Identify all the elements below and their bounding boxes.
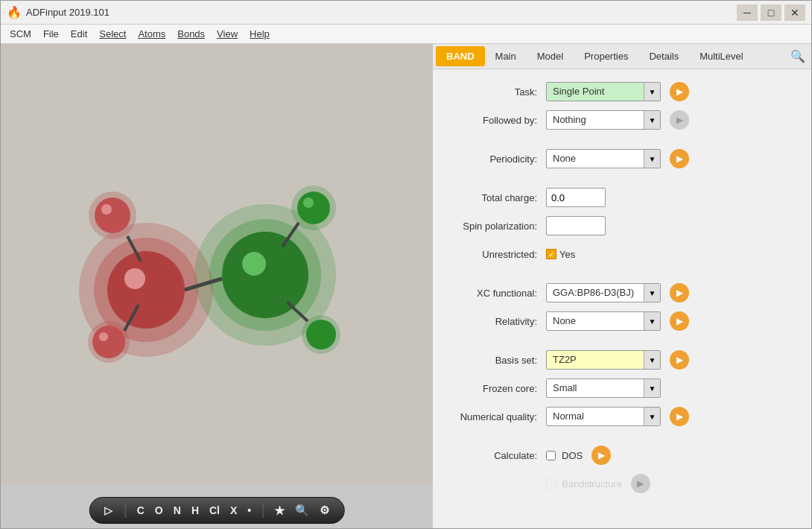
window-controls: ─ □ ✕ <box>737 4 805 21</box>
xc-functional-control: GGA:BP86-D3(BJ) ▼ ▶ <box>546 283 802 302</box>
dos-label: DOS <box>562 450 583 461</box>
numerical-quality-row: Numerical quality: Normal ▼ ▶ <box>442 406 802 427</box>
unrestricted-checkbox[interactable]: ✓ <box>546 249 556 259</box>
relativity-value: None <box>547 311 644 331</box>
divider-2 <box>442 177 802 187</box>
viewer-toolbar: ▷ C O N H Cl X • ★ 🔍 ⚙ <box>89 497 345 524</box>
toolbar-dot[interactable]: • <box>245 503 253 518</box>
total-charge-control <box>546 188 802 207</box>
spin-polarization-input[interactable] <box>546 216 606 235</box>
bandstructure-checkbox-wrap[interactable]: Bandstructure <box>546 478 622 490</box>
relativity-control: None ▼ ▶ <box>546 311 802 331</box>
svg-point-19 <box>297 191 330 224</box>
right-panel: BAND Main Model Properties Details Multi… <box>433 44 811 529</box>
menu-file[interactable]: File <box>37 26 65 42</box>
calculate-dos-control: DOS ▶ <box>546 446 802 465</box>
xc-functional-nav-arrow[interactable]: ▶ <box>670 283 689 302</box>
toolbar-hydrogen[interactable]: H <box>189 503 201 518</box>
xc-functional-value: GGA:BP86-D3(BJ) <box>547 283 644 302</box>
tab-details[interactable]: Details <box>638 46 689 66</box>
unrestricted-control: ✓ Yes <box>546 249 802 260</box>
xc-functional-dropdown[interactable]: GGA:BP86-D3(BJ) ▼ <box>546 283 661 302</box>
close-button[interactable]: ✕ <box>784 4 805 21</box>
menu-bonds[interactable]: Bonds <box>171 26 211 42</box>
toolbar-oxygen[interactable]: O <box>153 503 165 518</box>
toolbar-cursor[interactable]: ▷ <box>102 503 116 518</box>
periodicity-dropdown-arrow[interactable]: ▼ <box>644 149 660 168</box>
toolbar-nitrogen[interactable]: N <box>171 503 183 518</box>
dos-checkbox-wrap[interactable]: DOS <box>546 450 583 461</box>
relativity-dropdown-arrow[interactable]: ▼ <box>644 311 660 331</box>
window-title: ADFinput 2019.101 <box>26 7 737 18</box>
calculate-bandstructure-control: Bandstructure ▶ <box>546 474 802 493</box>
divider-5 <box>442 434 802 445</box>
periodicity-label: Periodicity: <box>442 153 546 165</box>
periodicity-dropdown[interactable]: None ▼ <box>546 149 661 168</box>
periodicity-row: Periodicity: None ▼ ▶ <box>442 148 802 169</box>
task-dropdown[interactable]: Single Point ▼ <box>546 82 661 101</box>
dos-nav-arrow[interactable]: ▶ <box>591 446 611 465</box>
tab-band[interactable]: BAND <box>436 46 485 66</box>
periodicity-nav-arrow[interactable]: ▶ <box>670 149 689 168</box>
menu-scm[interactable]: SCM <box>4 26 37 42</box>
numerical-quality-nav-arrow[interactable]: ▶ <box>670 407 689 426</box>
menu-view[interactable]: View <box>211 26 244 42</box>
toolbar-search[interactable]: 🔍 <box>293 502 311 519</box>
dos-checkbox[interactable] <box>546 451 556 460</box>
menu-select[interactable]: Select <box>93 26 132 42</box>
numerical-quality-dropdown-arrow[interactable]: ▼ <box>644 407 660 426</box>
svg-point-7 <box>222 232 308 318</box>
divider-3 <box>442 272 802 282</box>
divider-4 <box>442 339 802 349</box>
basis-set-nav-arrow[interactable]: ▶ <box>670 350 689 370</box>
relativity-row: Relativity: None ▼ ▶ <box>442 311 802 332</box>
toolbar-settings[interactable]: ⚙ <box>317 502 332 519</box>
bandstructure-nav-arrow[interactable]: ▶ <box>631 474 650 493</box>
minimize-button[interactable]: ─ <box>737 4 758 21</box>
frozen-core-dropdown[interactable]: Small ▼ <box>546 378 661 398</box>
xc-functional-row: XC functional: GGA:BP86-D3(BJ) ▼ ▶ <box>442 282 802 303</box>
tab-properties[interactable]: Properties <box>574 46 638 66</box>
task-dropdown-arrow[interactable]: ▼ <box>644 82 660 101</box>
numerical-quality-control: Normal ▼ ▶ <box>546 407 802 426</box>
maximize-button[interactable]: □ <box>761 4 781 21</box>
toolbar-star[interactable]: ★ <box>272 502 287 519</box>
toolbar-x[interactable]: X <box>228 503 239 518</box>
numerical-quality-dropdown[interactable]: Normal ▼ <box>546 407 661 426</box>
task-label: Task: <box>442 86 546 98</box>
molecule-canvas[interactable] <box>1 44 433 494</box>
numerical-quality-value: Normal <box>547 407 644 426</box>
basis-set-dropdown-arrow[interactable]: ▼ <box>644 350 660 370</box>
xc-functional-dropdown-arrow[interactable]: ▼ <box>644 283 660 302</box>
menu-atoms[interactable]: Atoms <box>132 26 171 42</box>
followed-by-control: Nothing ▼ ▶ <box>546 110 802 130</box>
xc-functional-label: XC functional: <box>442 288 546 299</box>
frozen-core-value: Small <box>547 378 644 398</box>
tab-main[interactable]: Main <box>485 46 527 66</box>
task-control: Single Point ▼ ▶ <box>546 82 802 101</box>
unrestricted-checkbox-wrap[interactable]: ✓ Yes <box>546 249 575 260</box>
frozen-core-row: Frozen core: Small ▼ <box>442 378 802 399</box>
relativity-nav-arrow[interactable]: ▶ <box>670 311 689 331</box>
menu-help[interactable]: Help <box>244 26 276 42</box>
relativity-dropdown[interactable]: None ▼ <box>546 311 661 331</box>
followed-by-dropdown-arrow[interactable]: ▼ <box>644 110 660 130</box>
unrestricted-row: Unrestricted: ✓ Yes <box>442 244 802 264</box>
total-charge-input[interactable] <box>546 188 606 207</box>
menubar: SCM File Edit Select Atoms Bonds View He… <box>1 25 811 44</box>
followed-by-nav-arrow[interactable]: ▶ <box>670 110 689 130</box>
bandstructure-checkbox[interactable] <box>546 479 556 489</box>
task-nav-arrow[interactable]: ▶ <box>670 82 689 101</box>
main-content: ▷ C O N H Cl X • ★ 🔍 ⚙ BAND Main Model P… <box>1 44 811 529</box>
basis-set-dropdown[interactable]: TZ2P ▼ <box>546 350 661 370</box>
followed-by-dropdown[interactable]: Nothing ▼ <box>546 110 661 130</box>
tab-multilevel[interactable]: MultiLevel <box>689 46 754 66</box>
toolbar-carbon[interactable]: C <box>135 503 147 518</box>
frozen-core-dropdown-arrow[interactable]: ▼ <box>644 378 660 398</box>
search-tab-button[interactable]: 🔍 <box>787 46 808 67</box>
toolbar-chlorine[interactable]: Cl <box>207 503 222 518</box>
periodicity-control: None ▼ ▶ <box>546 149 802 168</box>
menu-edit[interactable]: Edit <box>65 26 93 42</box>
tab-model[interactable]: Model <box>527 46 574 66</box>
followed-by-label: Followed by: <box>442 115 546 126</box>
